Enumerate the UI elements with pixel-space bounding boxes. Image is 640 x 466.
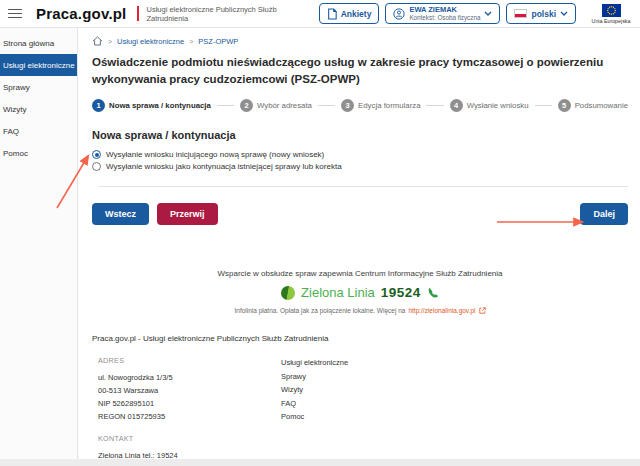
external-link-icon [479,307,486,314]
language-button[interactable]: polski [506,3,576,24]
step-4: 4 Wysłanie wniosku [450,99,529,112]
footer-link-uslugi-elektroniczne[interactable]: Usługi elektroniczne [281,356,348,370]
brand-tagline: Usługi elektroniczne Publicznych Służb Z… [147,5,297,23]
breadcrumb-current: PSZ-OPWP [198,37,238,46]
radio-button-unchecked[interactable] [92,162,101,171]
document-icon [327,8,337,20]
main-content: > Usługi elektroniczne > PSZ-OPWP Oświad… [78,28,640,466]
step-4-label: Wysłanie wniosku [467,101,529,110]
radio-label: Wysyłanie wniosku inicjującego nową spra… [106,150,324,159]
footer-adres-line: NIP 5262895101 [98,397,281,410]
step-3-label: Edycja formularza [358,101,420,110]
radio-option-continuation[interactable]: Wysyłanie wniosku jako kontynuacja istni… [92,162,628,171]
radio-option-new-case[interactable]: Wysyłanie wniosku inicjującego nową spra… [92,150,628,159]
step-2-circle: 2 [240,99,253,112]
back-button[interactable]: Wstecz [92,203,149,225]
surveys-button[interactable]: Ankiety [319,3,380,24]
footer-adres-line: ul. Nowogrodzka 1/3/5 [98,371,281,384]
header-actions: Ankiety EWA ZIEMAK Kontekst: Osoba fizyc… [319,3,636,24]
eu-logo: Unia Europejska [586,4,636,24]
sidebar-item-uslugi-elektroniczne[interactable]: Usługi elektroniczne [0,54,77,76]
sidebar-item-wizyty[interactable]: Wizyty [0,98,77,120]
user-context-button[interactable]: EWA ZIEMAK Kontekst: Osoba fizyczna [385,3,500,24]
footer-link-pomoc[interactable]: Pomoc [281,410,348,424]
step-1-label: Nowa sprawa / kontynuacja [109,101,211,110]
breadcrumb-separator: > [189,38,193,45]
footer-link-sprawy[interactable]: Sprawy [281,370,348,384]
home-icon[interactable] [92,36,103,46]
brand-logo[interactable]: Praca.gov.pl [36,5,127,22]
eu-flag-icon [602,4,621,17]
user-name: EWA ZIEMAK [409,6,457,15]
breadcrumb-link-uslugi[interactable]: Usługi elektroniczne [117,37,184,46]
support-block: Wsparcie w obsłudze spraw zapewnia Centr… [92,269,628,314]
infoline-text: Infolinia płatna. Opłata jak za połączen… [234,307,405,314]
step-3: 3 Edycja formularza [341,99,420,112]
top-header: Praca.gov.pl Usługi elektroniczne Public… [0,0,640,28]
step-1-circle: 1 [92,99,105,112]
footer-title: Praca.gov.pl - Usługi elektroniczne Publ… [92,334,628,343]
wizard-buttons: Wstecz Przerwij Dalej [92,203,628,225]
zielona-linia-logo-icon [281,286,295,300]
user-icon [393,8,405,20]
sidebar-item-faq[interactable]: FAQ [0,120,77,142]
step-1: 1 Nowa sprawa / kontynuacja [92,99,211,112]
step-3-circle: 3 [341,99,354,112]
radio-label: Wysyłanie wniosku jako kontynuacja istni… [106,162,342,171]
step-connector [217,105,234,106]
step-4-circle: 4 [450,99,463,112]
poland-flag-icon [514,9,527,18]
step-2-label: Wybór adresata [257,101,312,110]
infoline: Infolinia płatna. Opłata jak za połączen… [92,307,628,314]
step-connector [318,105,335,106]
footer-adres-header: ADRES [98,356,281,365]
chevron-down-icon [484,11,492,16]
step-2: 2 Wybór adresata [240,99,312,112]
phone-icon [427,287,439,299]
footer-link-wizyty[interactable]: Wizyty [281,383,348,397]
logo-divider [137,6,139,21]
zielona-linia-phone: 19524 [381,285,421,300]
radio-button-checked[interactable] [92,150,101,159]
next-button[interactable]: Dalej [580,203,628,225]
step-connector [426,105,443,106]
step-5: 5 Podsumowanie [558,99,628,112]
footer-address-column: ADRES ul. Nowogrodzka 1/3/5 00-513 Warsz… [98,356,281,466]
step-5-label: Podsumowanie [575,101,628,110]
wizard-stepper: 1 Nowa sprawa / kontynuacja 2 Wybór adre… [92,99,628,112]
user-context: Kontekst: Osoba fizyczna [409,14,480,21]
footer-kontakt-header: KONTAKT [98,434,281,443]
zielona-linia-row: Zielona Linia 19524 [92,285,628,300]
breadcrumb: > Usługi elektroniczne > PSZ-OPWP [92,36,628,46]
footer-adres-line: REGON 015725935 [98,410,281,423]
sidebar-item-pomoc[interactable]: Pomoc [0,142,77,164]
breadcrumb-separator: > [108,38,112,45]
hamburger-menu-icon[interactable] [8,9,22,19]
sidebar-item-sprawy[interactable]: Sprawy [0,76,77,98]
sidebar: Strona główna Usługi elektroniczne Spraw… [0,28,78,466]
page-title: Oświadczenie podmiotu nieświadczącego us… [92,54,628,87]
eu-label: Unia Europejska [592,18,631,24]
chevron-down-icon [560,11,568,16]
step-5-circle: 5 [558,99,571,112]
radio-group: Wysyłanie wniosku inicjującego nową spra… [92,150,628,171]
zielona-linia-name: Zielona Linia [301,285,375,300]
footer: Praca.gov.pl - Usługi elektroniczne Publ… [92,323,628,466]
footer-link-faq[interactable]: FAQ [281,397,348,411]
step-connector [535,105,552,106]
sidebar-item-strona-glowna[interactable]: Strona główna [0,32,77,54]
footer-adres-line: 00-513 Warszawa [98,384,281,397]
footer-bottom-strip [0,459,640,466]
infoline-link[interactable]: http://zielonalinia.gov.pl [408,307,475,314]
footer-links-column: Usługi elektroniczne Sprawy Wizyty FAQ P… [281,356,348,466]
section-heading: Nowa sprawa / kontynuacja [92,129,628,141]
cancel-button[interactable]: Przerwij [157,203,218,225]
content-divider [99,186,628,187]
support-text: Wsparcie w obsłudze spraw zapewnia Centr… [92,269,628,278]
page: Praca.gov.pl Usługi elektroniczne Public… [0,0,640,466]
